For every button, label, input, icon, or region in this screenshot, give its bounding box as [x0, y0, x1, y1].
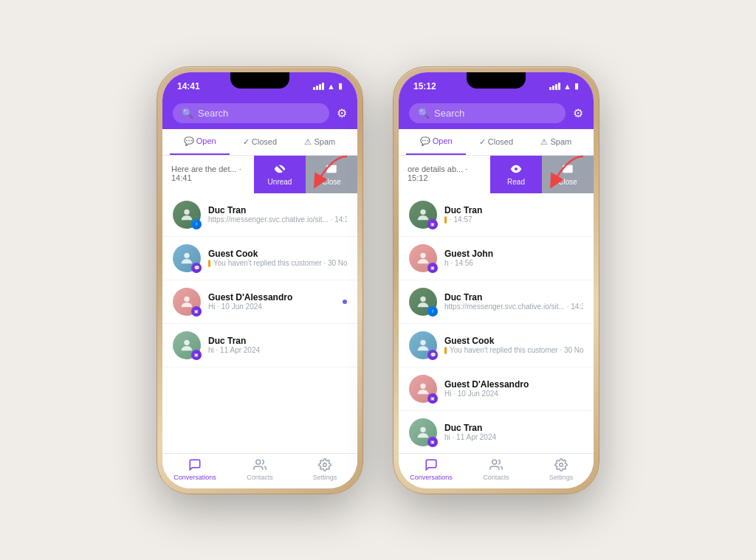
battery-icon-1: ▮	[338, 81, 343, 91]
time-2: 15:12	[413, 81, 436, 91]
nav-label-conversations-2: Conversations	[410, 474, 453, 481]
nav-conversations-1[interactable]: Conversations	[162, 458, 227, 481]
conv-info-1-3: Duc Tran hi · 11 Apr 2024	[208, 336, 347, 354]
tab-open-icon-2: 💬	[420, 136, 430, 146]
status-icons-1: ▲ ▮	[313, 81, 343, 91]
nav-contacts-1[interactable]: Contacts	[227, 458, 292, 481]
contacts-icon-2	[489, 458, 503, 471]
badge-2-1: ▣	[427, 263, 438, 273]
bottom-nav-1: Conversations Contacts Settings	[162, 453, 357, 488]
conv-info-1-1: Guest Cook You haven't replied this cust…	[208, 249, 347, 267]
svg-point-1	[184, 252, 189, 257]
yellow-bar-1-1	[208, 260, 210, 267]
read-btn-2[interactable]: Read	[490, 156, 542, 193]
conv-item-2-3[interactable]: 💬 Guest Cook You haven't replied this cu…	[399, 324, 594, 367]
signal-bars-1	[313, 83, 324, 90]
conv-item-2-5[interactable]: ▣ Duc Tran hi · 11 Apr 2024	[399, 411, 594, 453]
svg-point-5	[323, 463, 327, 466]
badge-2-0: ▣	[427, 219, 438, 229]
close-btn-1[interactable]: Close	[306, 156, 357, 193]
badge-2-3: 💬	[427, 350, 438, 360]
conv-item-1-3[interactable]: ▣ Duc Tran hi · 11 Apr 2024	[162, 324, 357, 367]
yellow-bar-2-0	[444, 216, 447, 224]
search-label-2: Search	[434, 108, 464, 119]
unread-btn-1[interactable]: Unread	[254, 156, 306, 193]
conv-preview-1-1: You haven't replied this customer · 30 N…	[208, 259, 347, 267]
filter-icon-1[interactable]: ⚙	[337, 106, 347, 120]
conv-item-2-1[interactable]: ▣ Guest John h · 14:56	[399, 237, 594, 280]
conv-info-1-0: Duc Tran https://messenger.svc.chative.i…	[208, 205, 347, 224]
conv-item-2-4[interactable]: ▣ Guest D'Alessandro Hi · 10 Jun 2024	[399, 367, 594, 411]
conv-name-2-5: Duc Tran	[444, 423, 583, 433]
avatar-1-0: f	[173, 201, 201, 229]
tab-spam-icon-1: ⚠	[304, 137, 312, 147]
conv-preview-2-3: You haven't replied this customer · 30 N…	[444, 346, 583, 354]
nav-contacts-2[interactable]: Contacts	[464, 458, 529, 481]
tab-spam-icon-2: ⚠	[540, 137, 548, 147]
contacts-icon-1	[253, 458, 267, 471]
search-input-2[interactable]: 🔍 Search	[409, 103, 566, 123]
conv-preview-1-0: https://messenger.svc.chative.io/sit... …	[208, 215, 347, 224]
conv-info-2-3: Guest Cook You haven't replied this cust…	[444, 336, 583, 354]
conv-preview-2-1: h · 14:56	[444, 259, 583, 267]
conv-name-2-1: Guest John	[444, 249, 583, 259]
phone-screen-2: 15:12 ▲ ▮ 🔍 Search	[399, 72, 594, 488]
close-label-2: Close	[558, 178, 577, 186]
badge-1-2: ▣	[191, 306, 202, 317]
tabs-bar-2: 💬 Open ✓ Closed ⚠ Spam	[399, 129, 594, 156]
badge-2-5: ▣	[427, 437, 438, 447]
nav-label-conversations-1: Conversations	[173, 474, 216, 481]
conv-list-2: ▣ Duc Tran · 14:57	[399, 193, 594, 453]
tab-spam-2[interactable]: ⚠ Spam	[526, 129, 586, 155]
avatar-1-1: 💬	[173, 244, 201, 272]
nav-settings-2[interactable]: Settings	[529, 458, 594, 481]
search-input-1[interactable]: 🔍 Search	[173, 103, 329, 123]
badge-1-1: 💬	[191, 263, 202, 273]
phone-1: 14:41 ▲ ▮ 🔍 Search	[157, 66, 363, 494]
conversations-icon-1	[188, 458, 202, 471]
nav-conversations-2[interactable]: Conversations	[399, 458, 464, 481]
nav-settings-1[interactable]: Settings	[292, 458, 357, 481]
svg-point-12	[420, 426, 425, 432]
tab-open-2[interactable]: 💬 Open	[406, 129, 466, 155]
tab-closed-icon-2: ✓	[479, 137, 486, 147]
tab-closed-1[interactable]: ✓ Closed	[230, 129, 289, 155]
conv-info-2-2: Duc Tran https://messenger.svc.chative.i…	[444, 292, 583, 311]
conv-name-2-2: Duc Tran	[444, 292, 583, 303]
preview-text-1: Here are the det... · 14:41	[162, 156, 254, 193]
avatar-1-3: ▣	[173, 331, 201, 359]
conv-item-2-2[interactable]: f Duc Tran https://messenger.svc.chative…	[399, 280, 594, 324]
conv-info-1-2: Guest D'Alessandro Hi · 10 Jun 2024	[208, 292, 335, 311]
conv-name-2-0: Duc Tran	[444, 205, 583, 215]
tab-spam-1[interactable]: ⚠ Spam	[290, 129, 350, 155]
unread-label-1: Unread	[268, 178, 292, 186]
svg-point-0	[184, 209, 189, 214]
avatar-2-5: ▣	[409, 418, 437, 446]
svg-point-7	[420, 209, 425, 214]
svg-point-13	[492, 460, 497, 464]
notch-2	[467, 72, 526, 89]
wifi-icon-2: ▲	[563, 82, 571, 91]
conv-name-1-3: Duc Tran	[208, 336, 347, 346]
tab-closed-2[interactable]: ✓ Closed	[466, 129, 526, 155]
conv-info-2-5: Duc Tran hi · 11 Apr 2024	[444, 423, 583, 441]
conv-item-2-0[interactable]: ▣ Duc Tran · 14:57	[399, 193, 594, 237]
conv-item-1-2[interactable]: ▣ Guest D'Alessandro Hi · 10 Jun 2024	[162, 280, 357, 324]
close-icon-2	[562, 163, 574, 175]
conv-item-1-1[interactable]: 💬 Guest Cook You haven't replied this cu…	[162, 237, 357, 280]
conv-info-2-0: Duc Tran · 14:57	[444, 205, 583, 224]
conv-name-2-4: Guest D'Alessandro	[444, 379, 583, 390]
avatar-2-2: f	[409, 288, 437, 316]
action-overlay-2: ore details ab... · 15:12 Read Close	[399, 156, 594, 193]
avatar-2-3: 💬	[409, 331, 437, 359]
tab-spam-label-2: Spam	[550, 137, 571, 146]
tab-open-label-2: Open	[433, 136, 453, 145]
badge-2-2: f	[427, 306, 438, 317]
close-btn-2[interactable]: Close	[542, 156, 594, 193]
phone-2: 15:12 ▲ ▮ 🔍 Search	[393, 66, 599, 494]
conv-info-2-4: Guest D'Alessandro Hi · 10 Jun 2024	[444, 379, 583, 398]
filter-icon-2[interactable]: ⚙	[573, 106, 583, 120]
conv-item-1-0[interactable]: f Duc Tran https://messenger.svc.chative…	[162, 193, 357, 237]
tab-open-1[interactable]: 💬 Open	[170, 129, 230, 155]
badge-1-3: ▣	[191, 350, 202, 360]
